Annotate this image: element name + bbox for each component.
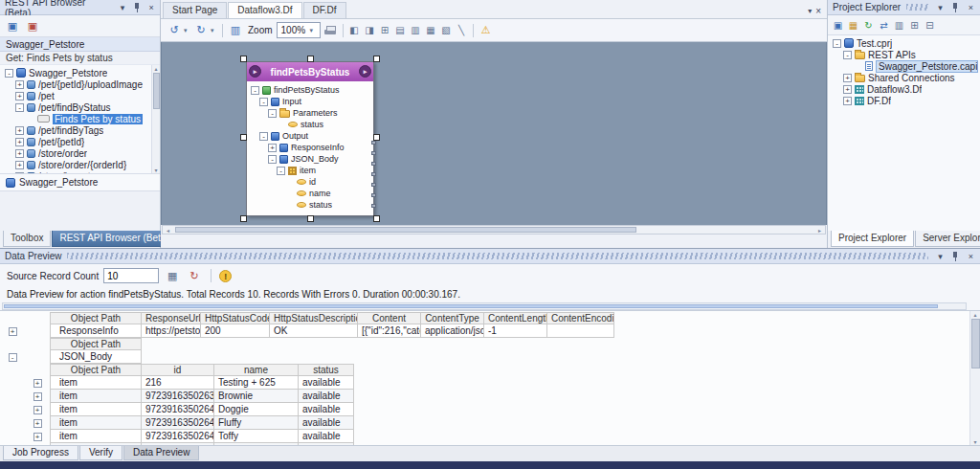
expander-icon[interactable]: + (843, 74, 852, 82)
expander-icon[interactable]: + (33, 392, 42, 401)
expander-icon[interactable]: + (268, 144, 277, 152)
resize-handle[interactable] (240, 56, 247, 62)
tab-rest-api-browser[interactable]: REST API Browser (Beta) (52, 231, 176, 247)
expand-all-icon[interactable]: ⊞ (907, 17, 922, 34)
resize-handle[interactable] (240, 215, 247, 222)
tree-item-findbystatus[interactable]: - /pet/findByStatus (3, 101, 150, 113)
expander-icon[interactable]: - (9, 353, 17, 362)
column-header[interactable]: ContentType (421, 312, 484, 324)
item-row[interactable]: + item 97239163502641 Fluffy available (0, 416, 967, 430)
column-header[interactable]: HttpStatusDescription (270, 312, 358, 324)
tree-item-swagger-petstore-capi[interactable]: Swagger_Petstore.capi (831, 60, 978, 72)
findpetsbystatus-node[interactable]: ▸ findPetsByStatus ▸ - findPetsByStatus (246, 61, 374, 216)
tab-dataflow3[interactable]: Dataflow3.Df (228, 2, 301, 18)
align-right-icon[interactable]: ◨ (363, 22, 377, 38)
tree-item-petid[interactable]: + /pet/{petId} (3, 136, 150, 147)
same-width-icon[interactable]: ▦ (424, 22, 438, 38)
expander-icon[interactable]: - (268, 109, 277, 118)
tab-start-page[interactable]: Start Page (163, 2, 227, 18)
refresh-icon[interactable]: ↻ (861, 17, 876, 34)
node-header[interactable]: ▸ findPetsByStatus ▸ (247, 62, 373, 81)
column-header[interactable]: ContentEncoding (547, 312, 614, 324)
expander-icon[interactable]: + (843, 85, 852, 94)
expander-icon[interactable]: + (15, 80, 24, 89)
tree-item-findbytags[interactable]: + /pet/findByTags (3, 124, 150, 136)
resize-handle[interactable] (307, 56, 314, 62)
expander-icon[interactable]: - (259, 132, 268, 141)
scroll-up-icon[interactable]: ▴ (973, 311, 976, 318)
tree-item-swagger-petstore[interactable]: - Swagger_Petstore (3, 67, 150, 78)
tree-item-dataflow3-df[interactable]: + Dataflow3.Df (831, 83, 978, 95)
close-icon[interactable]: × (145, 2, 157, 13)
node-row-output[interactable]: - Output (250, 130, 371, 142)
tab-server-explorer[interactable]: Server Explorer (915, 231, 980, 247)
tab-data-preview[interactable]: Data Preview (123, 446, 199, 460)
item-row[interactable]: + item 97239163502643 Rambo available (0, 443, 967, 445)
scroll-down-icon[interactable]: ▾ (154, 167, 157, 173)
expander-icon[interactable]: - (268, 155, 277, 164)
titlebar-grip[interactable] (906, 4, 928, 11)
node-row-id[interactable]: id (250, 176, 371, 188)
expander-icon[interactable]: + (33, 433, 42, 441)
align-middle-icon[interactable]: ▤ (393, 22, 408, 38)
draw-connector-icon[interactable]: ╲ (455, 22, 469, 38)
close-icon[interactable]: × (965, 2, 977, 13)
node-row-parameters[interactable]: - Parameters (250, 107, 371, 119)
tree-item-test-cprj[interactable]: - Test.cprj (831, 37, 978, 49)
chevron-down-icon[interactable]: ▾ (934, 2, 947, 13)
canvas-horizontal-scrollbar[interactable]: ◂ ▸ (162, 225, 826, 234)
scroll-up-icon[interactable]: ▴ (154, 65, 157, 72)
scroll-thumb[interactable] (971, 319, 980, 368)
responseinfo-row[interactable]: + ResponseInfo https://petstore.s 200 OK… (0, 324, 967, 338)
same-size-icon[interactable]: ▧ (439, 22, 454, 38)
node-row-name[interactable]: name (250, 188, 371, 199)
scroll-right-icon[interactable]: ▸ (814, 227, 825, 234)
fit-view-icon[interactable]: ▥ (227, 22, 244, 38)
node-row-status-param[interactable]: status (250, 119, 371, 130)
close-icon[interactable]: × (965, 251, 977, 262)
column-header[interactable]: Object Path (50, 364, 142, 376)
api-tree-scrollbar[interactable]: ▴ ▾ (151, 65, 160, 173)
column-header[interactable]: Object Path (50, 338, 142, 350)
pin-icon[interactable] (949, 251, 962, 262)
tab-project-explorer[interactable]: Project Explorer (831, 231, 914, 247)
redo-dropdown-icon[interactable]: ▾ (211, 27, 218, 34)
chevron-down-icon[interactable]: ▾ (117, 2, 128, 13)
item-row[interactable]: + item 97239163502640 Doggie available (0, 403, 967, 416)
scroll-down-icon[interactable]: ▾ (973, 438, 976, 445)
tab-df[interactable]: DF.Df (303, 2, 346, 18)
sync-icon[interactable]: ⇄ (877, 17, 891, 34)
scroll-left-icon[interactable]: ◂ (163, 227, 173, 234)
node-row-input[interactable]: - Input (250, 96, 371, 107)
record-count-input[interactable] (103, 268, 159, 283)
expander-icon[interactable]: - (833, 39, 841, 48)
expander-icon[interactable]: - (843, 51, 852, 59)
alert-icon[interactable]: ! (219, 270, 232, 282)
node-row-root[interactable]: - findPetsByStatus (250, 84, 371, 96)
dataflow-canvas[interactable]: ▸ findPetsByStatus ▸ - findPetsByStatus (161, 42, 827, 225)
expander-icon[interactable]: + (843, 97, 852, 105)
item-row[interactable]: + item 97239163502639 Brownie available (0, 390, 967, 403)
show-grid-icon[interactable]: ▦ (164, 268, 181, 284)
titlebar-grip[interactable] (67, 253, 928, 259)
properties-icon[interactable]: ▥ (892, 17, 906, 34)
move-anchor-icon[interactable]: ▸ (359, 65, 371, 78)
expander-icon[interactable]: + (15, 92, 24, 100)
move-anchor-icon[interactable]: ▸ (249, 65, 261, 78)
tree-item-store-order[interactable]: + /store/order (3, 147, 150, 159)
column-header[interactable]: ResponseUrl (142, 312, 201, 324)
item-row[interactable]: + item 216 Testing + 625 available (0, 376, 967, 390)
json-body-row[interactable]: - JSON_Body (0, 350, 967, 364)
column-header[interactable]: id (142, 364, 214, 376)
output-port[interactable] (371, 162, 376, 166)
expander-icon[interactable]: + (15, 149, 24, 158)
tree-item-shared-connections[interactable]: + Shared Connections (831, 72, 978, 83)
grid-horizontal-scrollbar[interactable] (2, 302, 967, 310)
close-document-icon[interactable]: × (815, 6, 821, 16)
align-top-icon[interactable]: ⊞ (378, 22, 392, 38)
redo-icon[interactable]: ↻ (192, 22, 210, 38)
collapse-all-icon[interactable]: ⊟ (923, 17, 937, 34)
grid-vertical-scrollbar[interactable]: ▴ ▾ (969, 311, 980, 445)
resize-handle[interactable] (373, 134, 380, 141)
resize-handle[interactable] (373, 56, 380, 62)
